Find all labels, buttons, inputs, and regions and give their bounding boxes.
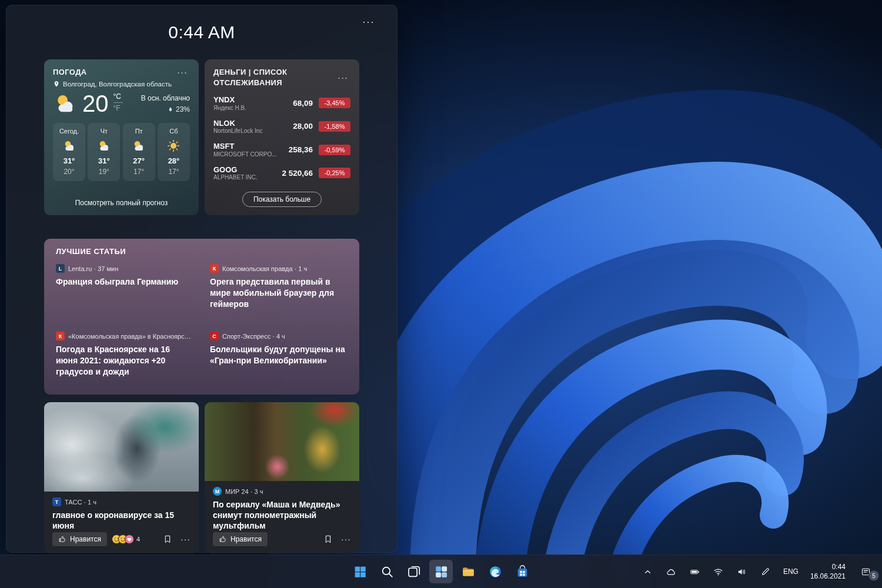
stock-row-msft[interactable]: MSFT MICROSOFT CORPO... 258,36 -0,59% (213, 142, 350, 158)
folder-icon (461, 564, 476, 579)
onedrive-tray-button[interactable] (661, 561, 682, 582)
weather-condition-block: В осн. облачно 23% (141, 94, 190, 113)
unit-toggle[interactable]: °C °F (113, 92, 123, 112)
wifi-tray-button[interactable] (708, 561, 729, 582)
news-article-0[interactable]: L Lenta.ru · 37 мин Франция обыграла Гер… (56, 264, 193, 318)
forecast-day-3[interactable]: Сб 28° 17° (158, 123, 190, 181)
taskbar: ENG 0:44 16.06.2021 5 (0, 554, 882, 588)
stock-company: MICROSOFT CORPO... (213, 151, 277, 158)
stock-change-badge: -3,45% (319, 98, 350, 108)
stock-id: YNDX Яндекс Н.В. (213, 95, 246, 111)
story-image-cartoon (205, 402, 359, 481)
stock-ticker: NLOK (213, 119, 262, 128)
news-article-1[interactable]: К Комсомольская правда · 1 ч Opera предс… (210, 264, 348, 318)
reactions-cluster[interactable]: 4 (112, 534, 140, 544)
stock-values: 28,00 -1,58% (293, 121, 350, 132)
source-meta: Комсомольская правда · 1 ч (222, 265, 307, 272)
stock-row-goog[interactable]: GOOG ALPHABET INC. 2 520,66 -0,25% (213, 165, 350, 181)
speaker-icon (737, 567, 747, 577)
forecast-high: 27° (133, 156, 145, 165)
forecast-day-1[interactable]: Чт 31° 19° (88, 123, 120, 181)
widgets-top-row: ПОГОДА ··· Волгоград, Волгоградская обла… (44, 59, 359, 215)
source-favicon: К (56, 332, 65, 340)
stocks-more-icon[interactable]: ··· (335, 72, 350, 82)
start-button[interactable] (348, 560, 372, 583)
tray-date: 16.06.2021 (810, 572, 846, 581)
forecast-day-0[interactable]: Сегод. 31° 20° (53, 123, 85, 181)
clock-date-button[interactable]: 0:44 16.06.2021 (806, 562, 850, 581)
story-more-icon[interactable]: ··· (341, 534, 351, 544)
story-action-icons: ··· (162, 533, 191, 545)
story-card-covid[interactable]: Т ТАСС · 1 ч главное о коронавирусе за 1… (44, 402, 199, 553)
forecast-low: 20° (64, 168, 74, 176)
weather-widget[interactable]: ПОГОДА ··· Волгоград, Волгоградская обла… (44, 59, 199, 215)
tray-time: 0:44 (810, 562, 846, 572)
bookmark-button[interactable] (162, 533, 173, 545)
volume-tray-button[interactable] (731, 561, 753, 582)
microsoft-store-button[interactable] (510, 560, 534, 583)
story-card-masha[interactable]: М МИР 24 · 3 ч По сериалу «Маша и Медвед… (205, 402, 359, 553)
panel-more-icon[interactable]: ··· (358, 15, 379, 29)
stock-row-yndx[interactable]: YNDX Яндекс Н.В. 68,09 -3,45% (213, 95, 350, 111)
news-article-2[interactable]: К «Комсомольская правда» в Красноярске -… (56, 332, 193, 385)
widgets-icon (434, 564, 449, 579)
stocks-widget[interactable]: ДЕНЬГИ | СПИСОК ОТСЛЕЖИВАНИЯ ··· YNDX Ян… (205, 59, 359, 215)
article-meta: К Комсомольская правда · 1 ч (210, 264, 348, 273)
edge-button[interactable] (483, 560, 507, 583)
weather-more-icon[interactable]: ··· (175, 67, 190, 77)
like-button[interactable]: Нравится (213, 532, 268, 546)
story-cards-row: Т ТАСС · 1 ч главное о коронавирусе за 1… (44, 402, 359, 553)
sun-icon (166, 139, 181, 153)
weather-location-row[interactable]: Волгоград, Волгоградская область (53, 81, 190, 88)
tray-overflow-button[interactable] (637, 561, 659, 582)
thumbs-up-icon (219, 535, 227, 543)
desktop: 0:44 AM ··· ПОГОДА ··· Волгоград, Волгог… (0, 0, 882, 588)
stock-change-badge: -1,58% (319, 121, 350, 132)
widgets-panel-header: 0:44 AM ··· (44, 5, 359, 59)
forecast-high: 31° (64, 156, 75, 165)
language-indicator[interactable]: ENG (779, 567, 803, 576)
forecast-high: 28° (168, 156, 180, 165)
notification-center-button[interactable]: 5 (855, 561, 876, 582)
article-headline: Opera представила первый в мире мобильны… (210, 276, 348, 310)
edge-browser-icon (488, 564, 503, 579)
widgets-button[interactable] (429, 560, 453, 583)
story-more-icon[interactable]: ··· (181, 534, 191, 544)
like-button[interactable]: Нравится (52, 532, 107, 546)
top-stories-grid: L Lenta.ru · 37 мин Франция обыграла Гер… (56, 264, 348, 385)
precipitation-row: 23% (168, 105, 190, 113)
stock-price: 68,09 (293, 99, 313, 108)
article-meta: С Спорт-Экспресс · 4 ч (210, 332, 348, 340)
like-label: Нравится (230, 535, 262, 543)
story-actions: Нравится 4 ··· (52, 532, 191, 546)
forecast-low: 17° (133, 168, 144, 176)
stock-row-nlok[interactable]: NLOK NortonLifeLock Inc 28,00 -1,58% (213, 119, 350, 135)
pen-tray-button[interactable] (755, 561, 776, 582)
pen-icon (760, 567, 770, 577)
source-favicon: М (213, 487, 222, 496)
file-explorer-button[interactable] (456, 560, 480, 583)
forecast-low: 19° (99, 168, 109, 176)
story-actions: Нравится ··· (213, 532, 351, 546)
stock-price: 28,00 (293, 122, 313, 131)
bookmark-button[interactable] (322, 533, 334, 545)
stock-ticker: GOOG (213, 165, 258, 175)
widgets-panel: 0:44 AM ··· ПОГОДА ··· Волгоград, Волгог… (6, 5, 397, 553)
stock-ticker: MSFT (213, 142, 277, 151)
task-view-button[interactable] (402, 560, 426, 583)
battery-tray-button[interactable] (684, 561, 706, 582)
stock-change-badge: -0,59% (319, 145, 350, 155)
news-article-3[interactable]: С Спорт-Экспресс · 4 ч Болельщики будут … (210, 332, 348, 385)
unit-celsius[interactable]: °C (113, 92, 123, 101)
location-pin-icon (53, 81, 60, 88)
wifi-icon (713, 567, 723, 577)
search-button[interactable] (375, 560, 399, 583)
chevron-up-icon (643, 567, 653, 577)
show-more-button[interactable]: Показать больше (242, 192, 322, 207)
stock-ticker: YNDX (213, 95, 246, 105)
story-headline: главное о коронавирусе за 15 июня (52, 510, 191, 531)
unit-fahrenheit[interactable]: °F (113, 102, 123, 112)
stocks-header: ДЕНЬГИ | СПИСОК ОТСЛЕЖИВАНИЯ ··· (213, 67, 350, 88)
full-forecast-link[interactable]: Посмотреть полный прогноз (53, 196, 190, 208)
forecast-day-2[interactable]: Пт 27° 17° (123, 123, 155, 181)
